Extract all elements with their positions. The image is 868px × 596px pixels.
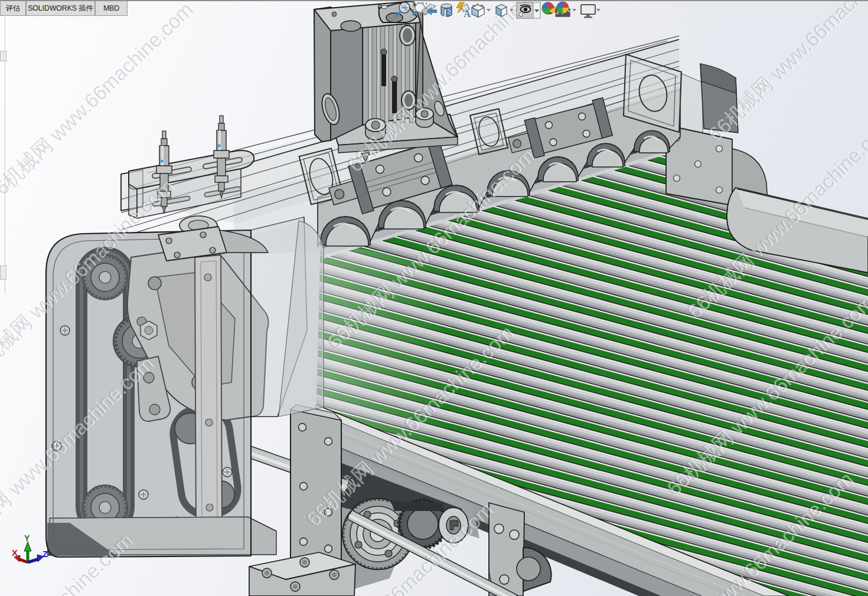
svg-text:A: A: [464, 8, 471, 19]
svg-text:Z: Z: [43, 549, 48, 559]
svg-text:X: X: [12, 548, 18, 558]
svg-text:Y: Y: [24, 533, 30, 543]
